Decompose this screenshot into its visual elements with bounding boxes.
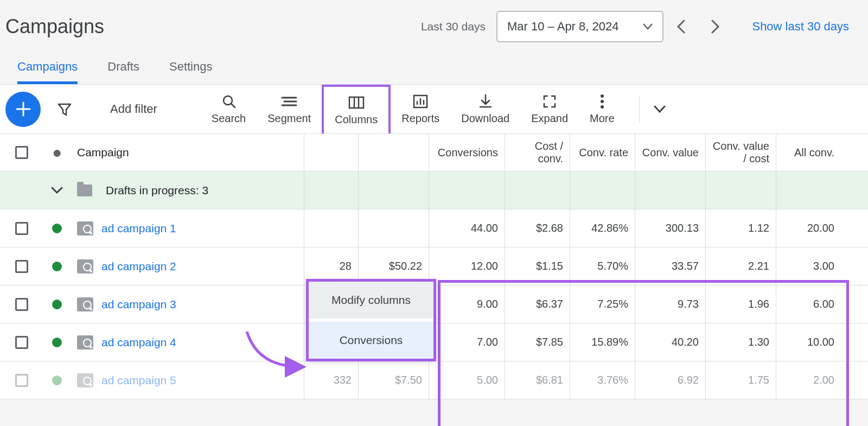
column-header-hidden1[interactable] — [304, 134, 358, 171]
next-period-button[interactable] — [705, 16, 726, 37]
campaign-type-icon — [77, 259, 93, 274]
status-dot-icon[interactable] — [52, 300, 62, 309]
cell-conversions: 44.00 — [429, 209, 505, 247]
cell-conv-value-cost: 1.30 — [705, 323, 776, 361]
drafts-row[interactable]: Drafts in progress: 3 — [0, 171, 868, 209]
cell-cost-per-conv: $2.68 — [505, 209, 570, 247]
status-dot-icon[interactable] — [52, 376, 62, 385]
page-title: Campaigns — [5, 15, 104, 38]
modify-columns-item[interactable]: Modify columns — [309, 282, 433, 319]
cell-conv-value: 9.73 — [635, 285, 705, 323]
cell-conversions: 7.00 — [429, 323, 505, 361]
collapse-toolbar-button[interactable] — [653, 105, 666, 113]
cell-all-conv: 20.00 — [776, 209, 841, 247]
campaign-link[interactable]: ad campaign 2 — [101, 260, 176, 273]
search-tool[interactable]: Search — [201, 85, 257, 133]
show-last-days-link[interactable]: Show last 30 days — [752, 20, 849, 34]
cell-conversions: 9.00 — [429, 285, 505, 323]
tab-campaigns[interactable]: Campaigns — [17, 60, 78, 84]
date-range-text: Mar 10 – Apr 8, 2024 — [507, 20, 618, 34]
more-label: More — [590, 112, 615, 125]
search-label: Search — [212, 112, 246, 125]
column-header-hidden2[interactable] — [358, 134, 429, 171]
column-header-all-conv[interactable]: All conv. — [783, 147, 834, 159]
cell-cost-per-conv: $1.15 — [505, 247, 570, 285]
date-range-button[interactable]: Mar 10 – Apr 8, 2024 — [496, 11, 663, 42]
row-checkbox[interactable] — [15, 260, 28, 273]
cell-metric-a: 332 — [304, 361, 358, 399]
column-header-campaign[interactable]: Campaign — [71, 134, 304, 171]
more-tool[interactable]: More — [579, 85, 626, 133]
cell-cost-per-conv: $6.37 — [505, 285, 570, 323]
row-checkbox[interactable] — [15, 298, 28, 311]
cell-conv-value: 33.57 — [635, 247, 705, 285]
campaign-type-icon — [77, 335, 93, 349]
campaign-link[interactable]: ad campaign 1 — [101, 222, 176, 235]
select-all-checkbox[interactable] — [15, 146, 28, 159]
cell-conv-rate: 15.89% — [570, 323, 635, 361]
reports-label: Reports — [401, 112, 439, 125]
row-checkbox[interactable] — [15, 336, 28, 349]
table-row: ad campaign 5 332 $7.50 5.00 $6.81 3.76%… — [0, 361, 868, 399]
status-dot-icon[interactable] — [52, 262, 62, 271]
download-icon — [478, 94, 493, 109]
drafts-label: Drafts in progress: 3 — [106, 184, 208, 197]
cell-cost-per-conv: $7.85 — [505, 323, 570, 361]
folder-icon — [77, 185, 92, 196]
columns-tool[interactable]: Columns — [322, 85, 391, 133]
date-range-label: Last 30 days — [421, 20, 486, 33]
columns-label: Columns — [335, 113, 378, 126]
campaign-type-icon — [77, 221, 93, 236]
svg-point-5 — [601, 105, 604, 109]
campaign-link[interactable]: ad campaign 4 — [101, 336, 176, 349]
prev-period-button[interactable] — [670, 16, 692, 37]
add-campaign-button[interactable] — [5, 92, 41, 127]
download-label: Download — [461, 112, 509, 125]
reports-tool[interactable]: Reports — [391, 85, 450, 133]
more-icon — [600, 94, 604, 109]
column-header-cost-per-conv[interactable]: Cost / conv. — [512, 140, 563, 165]
status-header-icon: ● — [52, 143, 62, 162]
column-header-conv-rate[interactable]: Conv. rate — [577, 147, 628, 159]
chevron-down-icon[interactable] — [51, 187, 63, 194]
cell-conv-rate: 7.25% — [570, 285, 635, 323]
cell-all-conv: 10.00 — [776, 323, 841, 361]
column-header-conversions[interactable]: Conversions — [436, 147, 498, 159]
status-dot-icon[interactable] — [52, 338, 62, 347]
cell-metric-b — [358, 209, 429, 247]
status-dot-icon[interactable] — [52, 224, 62, 233]
dropdown-arrow-icon — [643, 23, 653, 30]
cell-conv-value: 40.20 — [635, 323, 705, 361]
cell-cost-per-conv: $6.81 — [505, 361, 570, 399]
campaign-link[interactable]: ad campaign 3 — [101, 298, 176, 311]
conversions-preset-item[interactable]: Conversions — [309, 322, 433, 359]
row-checkbox[interactable] — [15, 222, 28, 235]
tab-drafts[interactable]: Drafts — [107, 60, 139, 84]
download-tool[interactable]: Download — [450, 85, 520, 133]
filter-icon[interactable] — [57, 101, 72, 117]
segment-label: Segment — [267, 112, 311, 125]
column-header-conv-value-cost[interactable]: Conv. value / cost — [712, 140, 769, 165]
columns-dropdown: Modify columns Conversions — [306, 279, 436, 361]
add-filter-button[interactable]: Add filter — [110, 102, 157, 116]
cell-conv-rate: 42.86% — [570, 209, 635, 247]
reports-icon — [413, 94, 428, 109]
expand-label: Expand — [531, 112, 568, 125]
row-checkbox[interactable] — [15, 374, 28, 387]
tab-settings[interactable]: Settings — [169, 60, 213, 84]
cell-conv-value-cost: 1.96 — [705, 285, 776, 323]
cell-all-conv: 6.00 — [776, 285, 841, 323]
cell-conv-value: 6.92 — [635, 361, 705, 399]
toolbar-divider — [639, 96, 640, 123]
columns-icon — [348, 95, 365, 110]
campaign-link[interactable]: ad campaign 5 — [101, 374, 176, 387]
column-header-conv-value[interactable]: Conv. value — [642, 147, 699, 159]
cell-metric-b: $7.50 — [358, 361, 429, 399]
annotation-arrow — [241, 329, 312, 380]
segment-tool[interactable]: Segment — [257, 85, 322, 133]
cell-conv-value-cost: 1.75 — [705, 361, 776, 399]
campaign-type-icon — [77, 373, 93, 387]
cell-conversions: 12.00 — [429, 247, 505, 285]
cell-conv-value-cost: 2.21 — [705, 247, 776, 285]
expand-tool[interactable]: Expand — [520, 85, 579, 133]
